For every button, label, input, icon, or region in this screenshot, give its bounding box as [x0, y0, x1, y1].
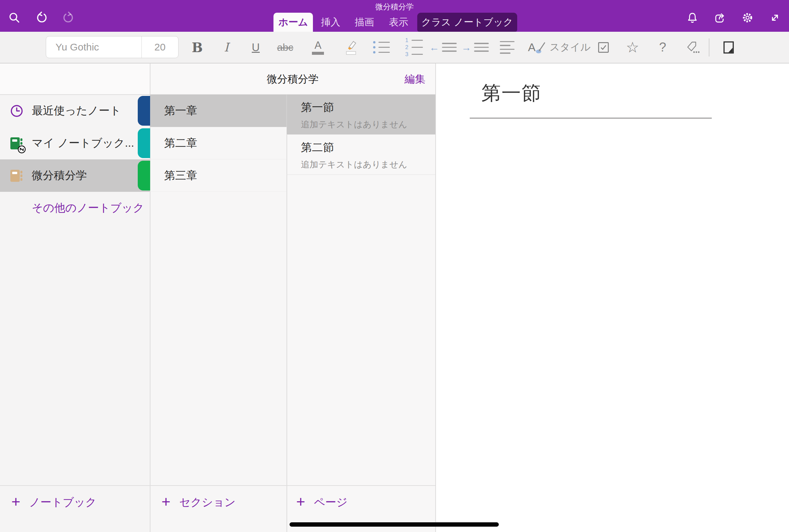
outdent-button[interactable]: ← [429, 32, 457, 63]
indent-button[interactable]: → [461, 32, 489, 63]
sidebar-item-other-notebooks[interactable]: その他のノートブック [0, 192, 150, 224]
page-canvas[interactable]: 第一節 [436, 63, 789, 532]
add-page-button[interactable]: + ページ [296, 491, 347, 514]
bold-button[interactable]: B [187, 32, 207, 63]
font-size-value[interactable]: 20 [142, 36, 178, 58]
star-tag-button[interactable]: ☆ [622, 32, 642, 63]
fullscreen-expand-icon[interactable] [768, 11, 782, 25]
notifications-bell-icon[interactable] [685, 11, 699, 25]
styles-button[interactable]: A スタイル [524, 32, 595, 63]
sidebar-header-spacer [0, 63, 150, 95]
tab-class-notebook[interactable]: クラス ノートブック [417, 13, 517, 32]
underline-button[interactable]: U [246, 32, 266, 63]
tag-icon [685, 40, 700, 55]
tab-home[interactable]: ホーム [274, 13, 313, 32]
add-section-button[interactable]: + セクション [162, 491, 236, 514]
section-row-2[interactable]: 第二章 [150, 127, 286, 159]
plus-icon: + [296, 494, 305, 509]
highlighter-button[interactable] [339, 32, 363, 63]
page-row-1[interactable]: 第一節 追加テキストはありません [287, 95, 435, 135]
notebook-icon-tan [10, 168, 24, 183]
sidebar-item-calculus-notebook[interactable]: 微分積分学 [0, 159, 150, 192]
highlighter-icon [343, 39, 359, 56]
add-notebook-button[interactable]: + ノートブック [11, 491, 97, 514]
tab-view[interactable]: 表示 [387, 13, 410, 32]
tag-button[interactable] [682, 32, 703, 63]
sidebar-item-my-notebooks[interactable]: マイ ノートブック... [0, 127, 150, 159]
formatting-toolbar: Yu Gothic 20 B I U abc A 1 [0, 32, 789, 63]
styles-label: スタイル [550, 40, 591, 54]
settings-gear-icon[interactable] [740, 11, 755, 25]
styles-icon: A [528, 41, 546, 54]
toolbar-separator [709, 38, 710, 56]
section-color-tab-2[interactable] [138, 128, 150, 158]
bottom-bar-divider [0, 485, 435, 486]
search-icon[interactable] [7, 11, 21, 25]
page-title-underline [470, 118, 712, 119]
alignment-button[interactable] [495, 32, 519, 63]
notebook-panel-title: 微分積分学 [150, 63, 435, 95]
checkbox-icon [597, 41, 610, 54]
plus-icon: + [162, 494, 170, 509]
redo-icon[interactable] [61, 11, 76, 25]
tab-draw[interactable]: 描画 [353, 13, 376, 32]
section-color-tab-3[interactable] [138, 161, 150, 190]
font-color-button[interactable]: A [308, 32, 328, 63]
sync-badge-icon [17, 145, 26, 154]
share-icon[interactable] [713, 11, 727, 25]
font-name-value[interactable]: Yu Gothic [46, 36, 142, 58]
numbered-list-button[interactable]: 1 2 3 [401, 32, 426, 63]
page-view-icon [721, 40, 736, 55]
sidebar-item-recent-notes[interactable]: 最近使ったノート [0, 95, 150, 127]
section-row-3[interactable]: 第三章 [150, 159, 286, 192]
onenote-app-window: 微分積分学 ホーム 挿入 描画 表示 クラス ノートブック Yu Goth [0, 0, 789, 532]
section-row-1[interactable]: 第一章 [150, 95, 286, 127]
strikethrough-button[interactable]: abc [271, 32, 300, 63]
clock-icon [10, 103, 24, 118]
todo-checkbox-button[interactable] [594, 32, 614, 63]
home-indicator[interactable] [289, 522, 499, 527]
tab-insert[interactable]: 挿入 [319, 13, 342, 32]
undo-icon[interactable] [34, 11, 49, 25]
plus-icon: + [11, 494, 20, 509]
document-title: 微分積分学 [0, 2, 789, 12]
font-picker[interactable]: Yu Gothic 20 [46, 36, 179, 58]
question-tag-button[interactable]: ? [653, 32, 673, 63]
page-title-text[interactable]: 第一節 [482, 80, 542, 106]
pages-canvas-divider [435, 63, 436, 532]
section-color-tab-1[interactable] [138, 96, 150, 126]
edit-button[interactable]: 編集 [405, 63, 425, 95]
full-page-view-button[interactable] [718, 32, 739, 63]
main-area: 微分積分学 編集 第一節 最近使ったノート [0, 63, 789, 532]
bullet-list-button[interactable] [370, 32, 393, 63]
italic-button[interactable]: I [216, 32, 237, 63]
notebook-panel-header: 微分積分学 編集 [150, 63, 435, 95]
page-row-2[interactable]: 第二節 追加テキストはありません [287, 135, 435, 175]
top-bar: 微分積分学 ホーム 挿入 描画 表示 クラス ノートブック [0, 0, 789, 32]
